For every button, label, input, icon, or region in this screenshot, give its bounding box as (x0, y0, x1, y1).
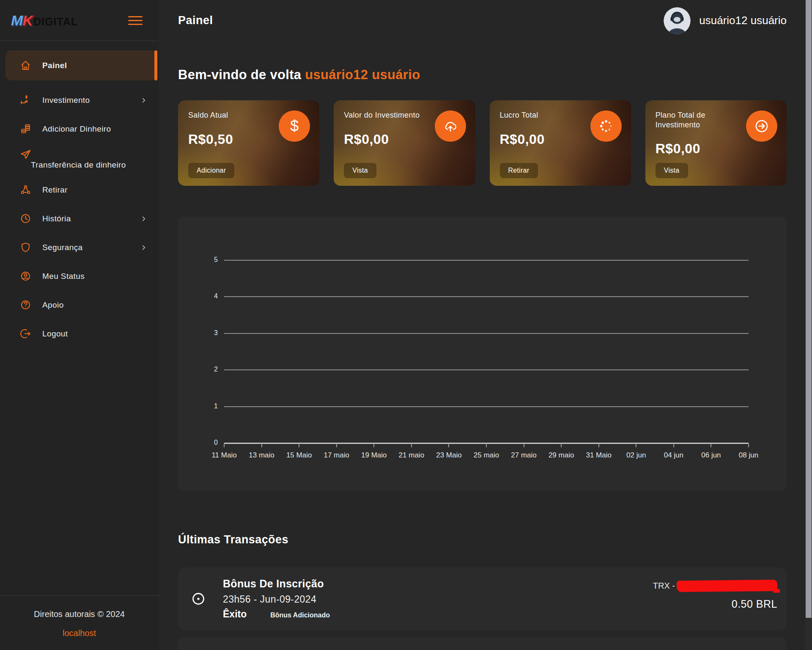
y-tick-label: 5 (214, 256, 218, 264)
sidebar-item-historia[interactable]: História (0, 207, 159, 230)
x-axis-tick (598, 443, 599, 447)
x-axis-tick (673, 443, 674, 447)
spinner-icon (590, 110, 622, 142)
transaction-amount-block: TRX - 0.50 BRL (653, 580, 777, 610)
sidebar-nav: Painel Investimento Adicionar Dinheiro T… (0, 41, 159, 345)
sidebar-item-label: Logout (42, 329, 68, 339)
transaction-time: 23h56 - Jun-09-2024 (223, 594, 330, 605)
sidebar-item-label: Investimento (42, 96, 90, 105)
x-axis-tick (373, 443, 374, 447)
x-axis-tick (411, 443, 412, 447)
sidebar-item-apoio[interactable]: Apoio (0, 294, 159, 316)
cloud-upload-icon (435, 110, 466, 142)
localhost-link[interactable]: localhost (63, 628, 96, 638)
vista-button[interactable]: Vista (344, 163, 376, 178)
brand-logo: MKDIGITAL (11, 12, 78, 29)
sidebar-item-investimento[interactable]: Investimento (0, 89, 159, 111)
chevron-right-icon (140, 96, 148, 104)
sidebar-footer: Direitos autorais © 2024 localhost (0, 595, 159, 650)
gridline (224, 260, 749, 261)
x-axis-tick (224, 443, 225, 447)
sidebar-item-seguranca[interactable]: Segurança (0, 236, 159, 259)
x-axis-tick (486, 443, 487, 447)
sidebar-item-label: Transferência de dinheiro (31, 160, 126, 169)
sidebar-item-meu-status[interactable]: Meu Status (0, 265, 159, 287)
dollar-icon: $ (279, 110, 310, 142)
redacted-tx-id (677, 580, 777, 592)
x-tick-label: 08 jun (739, 451, 758, 460)
card-title: Plano Total de Investimento (656, 110, 742, 129)
transaction-details: Bônus De Inscrição 23h56 - Jun-09-2024 Ê… (223, 578, 330, 620)
x-tick-label: 21 maio (399, 451, 424, 460)
vista-button[interactable]: Vista (656, 163, 688, 178)
sidebar-item-label: Retirar (42, 185, 68, 195)
gridline (224, 369, 749, 370)
x-axis-tick (636, 443, 636, 447)
sidebar-item-label: Meu Status (42, 272, 85, 281)
logo-letter-m: M (11, 12, 22, 28)
retirar-button[interactable]: Retirar (500, 163, 538, 178)
topbar: Painel usuário12 usuário (178, 0, 787, 41)
x-tick-label: 31 Maio (586, 451, 611, 460)
sidebar-item-label: História (42, 214, 71, 223)
transaction-title: Bônus De Inscrição (223, 578, 330, 590)
sidebar-item-logout[interactable]: Logout (0, 322, 159, 345)
transaction-status: Êxito (223, 609, 247, 620)
card-plano-total: Plano Total de Investimento R$0,00 Vista (645, 100, 787, 186)
x-tick-label: 25 maio (474, 451, 499, 460)
investment-icon (20, 94, 31, 106)
shield-icon (20, 242, 31, 253)
gridline (224, 296, 749, 297)
card-saldo-atual: Saldo Atual R$0,50 Adicionar $ (178, 100, 319, 186)
adicionar-button[interactable]: Adicionar (188, 163, 234, 178)
transaction-row[interactable]: Bônus De Inscrição 23h56 - Jun-09-2024 Ê… (178, 567, 787, 630)
avatar (664, 7, 691, 34)
gridline (224, 406, 749, 407)
arrow-right-circle-icon (746, 110, 777, 142)
user-circle-icon (20, 270, 31, 282)
y-tick-label: 3 (214, 329, 218, 337)
transaction-row-partial[interactable] (178, 637, 787, 650)
transaction-method: TRX - (653, 581, 675, 591)
transaction-amount: 0.50 BRL (653, 598, 777, 610)
sidebar-item-label: Painel (42, 61, 67, 70)
user-name: usuário12 usuário (699, 14, 787, 27)
transaction-description: Bônus Adicionado (270, 611, 330, 619)
x-axis-tick (710, 443, 711, 447)
sidebar-item-transferencia[interactable]: Transferência de dinheiro (0, 146, 159, 172)
sidebar-item-label: Apoio (42, 300, 64, 310)
logo-digital: DIGITAL (33, 16, 78, 28)
sidebar-item-painel[interactable]: Painel (5, 50, 157, 80)
sidebar-item-retirar[interactable]: Retirar (0, 179, 159, 201)
welcome-user: usuário12 usuário (305, 67, 420, 82)
y-tick-label: 4 (214, 292, 218, 300)
welcome-prefix: Bem-vindo de volta (178, 67, 305, 82)
x-axis-tick (448, 443, 449, 447)
user-menu[interactable]: usuário12 usuário (664, 7, 787, 34)
scrollbar-thumb[interactable] (806, 0, 812, 618)
x-axis-tick (524, 443, 524, 447)
copyright-text: Direitos autorais © 2024 (7, 609, 152, 619)
card-title: Lucro Total (500, 110, 587, 120)
x-axis-tick (261, 443, 262, 447)
help-circle-icon (20, 299, 31, 311)
sidebar-item-label: Segurança (42, 243, 83, 252)
sidebar: MKDIGITAL Painel Investimento Adicionar … (0, 0, 159, 650)
y-tick-label: 0 (214, 439, 218, 446)
card-valor-investimento: Valor do Investimento R$0,00 Vista (334, 100, 475, 186)
page-title: Painel (178, 14, 213, 27)
x-tick-label: 23 Maio (436, 451, 461, 460)
logout-icon (20, 328, 31, 339)
stat-cards: Saldo Atual R$0,50 Adicionar $ Valor do … (178, 100, 787, 186)
page-scrollbar (805, 0, 812, 650)
transactions-heading: Últimas Transações (178, 533, 787, 546)
menu-toggle-icon[interactable] (128, 14, 143, 28)
sidebar-item-adicionar-dinheiro[interactable]: Adicionar Dinheiro (0, 118, 159, 140)
withdraw-icon (20, 184, 31, 196)
sidebar-item-label: Adicionar Dinheiro (42, 124, 111, 134)
chart-card: 543210 11 Maio13 maio15 Maio17 maio19 Ma… (178, 217, 787, 491)
card-title: Valor do Investimento (344, 110, 431, 120)
x-tick-label: 02 jun (626, 451, 646, 460)
card-title: Saldo Atual (188, 110, 275, 120)
chevron-right-icon (140, 215, 148, 223)
